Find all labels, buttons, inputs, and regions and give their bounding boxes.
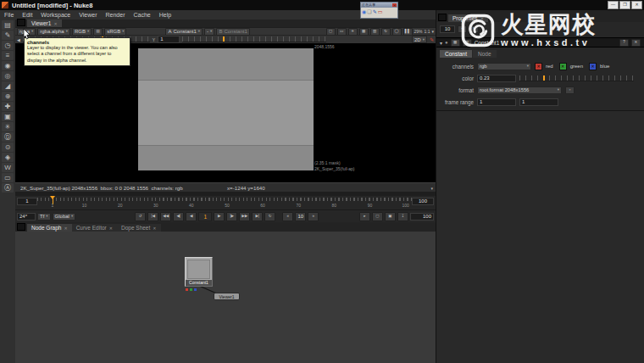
green-channel-dot	[190, 288, 192, 291]
blue-checkbox[interactable]: ✕	[589, 63, 597, 70]
pane-menu-icon[interactable]	[17, 19, 25, 26]
gamma-value-field[interactable]: 1	[158, 36, 180, 43]
loop-icon[interactable]: ↺	[135, 212, 146, 221]
range-lock-dropdown[interactable]: Tf▾	[37, 213, 51, 221]
gamma-slider[interactable]	[182, 36, 326, 42]
viewer-node[interactable]: Viewer1	[214, 293, 240, 300]
status-caret-icon[interactable]: ▾	[430, 186, 433, 191]
constant-node[interactable]: Constant1	[185, 257, 213, 287]
tab-node[interactable]: Node	[473, 50, 497, 58]
panel-close-icon[interactable]: ✕	[631, 39, 641, 47]
help-icon[interactable]: ?	[619, 39, 629, 47]
filter-icon[interactable]: ◎	[2, 71, 14, 81]
menu-file[interactable]: File	[0, 12, 18, 18]
marker-icon[interactable]: ◉	[362, 8, 366, 15]
zoom-caret-icon[interactable]: ▾	[431, 29, 434, 34]
format-dropdown[interactable]: root.format 2048x1556▾	[477, 87, 562, 94]
frame-increment-field[interactable]: 10	[295, 212, 306, 221]
tab-curve-editor[interactable]: Curve Editor ✕	[72, 224, 117, 232]
next-keyframe-icon[interactable]: ▶▶	[239, 212, 250, 221]
step-forward-icon[interactable]: |▶	[226, 212, 237, 221]
color-value-field[interactable]: 0.23	[477, 75, 516, 82]
particles-icon[interactable]: ✳	[2, 122, 14, 131]
step-back-10-icon[interactable]: «	[282, 212, 293, 221]
menu-cache[interactable]: Cache	[129, 12, 154, 18]
pane-menu-icon[interactable]	[17, 223, 25, 231]
pane-menu-icon[interactable]	[438, 14, 447, 21]
plugins-icon[interactable]: Ⓐ	[2, 183, 14, 193]
deep-icon[interactable]: Ⓓ	[2, 132, 14, 142]
pixel-aspect[interactable]: 1:1	[425, 29, 430, 34]
frame-ruler[interactable]: 1 10 20 30 40 50 60 70 80 90 100	[37, 197, 417, 209]
loop-mode-icon[interactable]: ↻	[264, 212, 275, 221]
annotation-close-icon[interactable]: ✕	[392, 3, 397, 7]
tab-close-icon[interactable]: ✕	[53, 21, 57, 26]
node-graph-canvas[interactable]: Constant1 Viewer1	[15, 232, 436, 363]
red-checkbox[interactable]: ✕	[535, 63, 542, 70]
node-color-swatch[interactable]: ●	[445, 40, 448, 45]
format-label: format	[436, 87, 474, 93]
play-forward-icon[interactable]: ▶	[214, 212, 225, 221]
other-icon[interactable]: W	[2, 163, 14, 172]
collapse-arrow-icon[interactable]: ◀	[17, 37, 20, 42]
step-fwd-10-icon[interactable]: »	[308, 212, 319, 221]
color-sampler-icon[interactable]: ✎	[430, 36, 434, 42]
minimize-button[interactable]: —	[608, 1, 619, 9]
range-mode-dropdown[interactable]: Global▾	[53, 213, 76, 221]
keyer-icon[interactable]: ◢	[2, 81, 14, 91]
color-slider[interactable]	[519, 75, 634, 81]
pen-icon[interactable]: ✎	[373, 8, 377, 15]
step-back-icon[interactable]: ◀|	[173, 212, 184, 221]
channel-icon[interactable]: ≡	[2, 51, 14, 60]
zoom-level[interactable]: 29%	[414, 29, 423, 34]
tab-viewer1[interactable]: Viewer1 ✕	[27, 20, 62, 27]
go-end-icon[interactable]: ▶|	[252, 212, 263, 221]
menu-workspace[interactable]: Workspace	[36, 12, 75, 18]
image-icon[interactable]: ▤	[2, 20, 14, 30]
tab-constant[interactable]: Constant	[440, 50, 472, 58]
menu-help[interactable]: Help	[155, 12, 175, 18]
fps-field[interactable]: 24*	[17, 213, 36, 221]
end-frame-field[interactable]: 100	[412, 198, 434, 205]
time-icon[interactable]: ◷	[2, 41, 14, 50]
range-from-field[interactable]: 1	[477, 98, 516, 106]
views-icon[interactable]: ⊙	[2, 142, 14, 152]
viewer-mode-dropdown[interactable]: 2D▾	[412, 36, 427, 43]
tab-close-icon[interactable]: ✕	[64, 226, 67, 231]
maximize-button[interactable]: ❐	[619, 1, 630, 9]
new-format-icon[interactable]: ▫	[565, 87, 575, 94]
draw-icon[interactable]: ✎	[2, 31, 14, 40]
play-backward-icon[interactable]: ◀	[186, 212, 197, 221]
color-icon[interactable]: ◉	[2, 61, 14, 70]
flipbook-icon[interactable]: ▸	[359, 212, 370, 221]
fullframe-icon[interactable]: ▢	[372, 212, 383, 221]
range-to-field[interactable]: 1	[519, 98, 558, 106]
max-panels-field[interactable]: 10	[440, 25, 455, 33]
current-frame-field[interactable]: 1	[17, 198, 37, 205]
collapse-caret-icon[interactable]: ▾	[440, 40, 442, 46]
menu-edit[interactable]: Edit	[18, 12, 36, 18]
tab-dope-sheet[interactable]: Dope Sheet ✕	[117, 224, 161, 232]
3d-icon[interactable]: ▣	[2, 112, 14, 121]
merge-icon[interactable]: ⊕	[2, 92, 14, 101]
toolsets-icon[interactable]: ▭	[2, 173, 14, 182]
channels-dropdown[interactable]: rgb▾	[477, 63, 531, 70]
lock-range-icon[interactable]: ▣	[385, 212, 396, 221]
green-checkbox[interactable]: ✕	[559, 63, 567, 70]
menu-render[interactable]: Render	[102, 12, 130, 18]
tab-close-icon[interactable]: ✕	[153, 226, 156, 231]
go-start-icon[interactable]: |◀	[147, 212, 158, 221]
prev-keyframe-icon[interactable]: ◀◀	[160, 212, 171, 221]
cache-value-field[interactable]: 100	[410, 213, 434, 221]
tab-close-icon[interactable]: ✕	[109, 226, 113, 231]
constant-panel-tabs: Constant Node	[436, 47, 644, 58]
menu-viewer[interactable]: Viewer	[75, 12, 101, 18]
close-button[interactable]: ✕	[631, 1, 642, 9]
render-icon[interactable]: ↧	[397, 212, 408, 221]
metadata-icon[interactable]: ◈	[2, 153, 14, 162]
eraser-icon[interactable]: ▭	[378, 8, 383, 15]
tab-node-graph[interactable]: Node Graph ✕	[27, 224, 72, 232]
transform-icon[interactable]: ✚	[2, 102, 14, 111]
postage-stamp-icon[interactable]: ▦	[451, 39, 460, 47]
callout-icon[interactable]: ❑	[367, 8, 371, 15]
